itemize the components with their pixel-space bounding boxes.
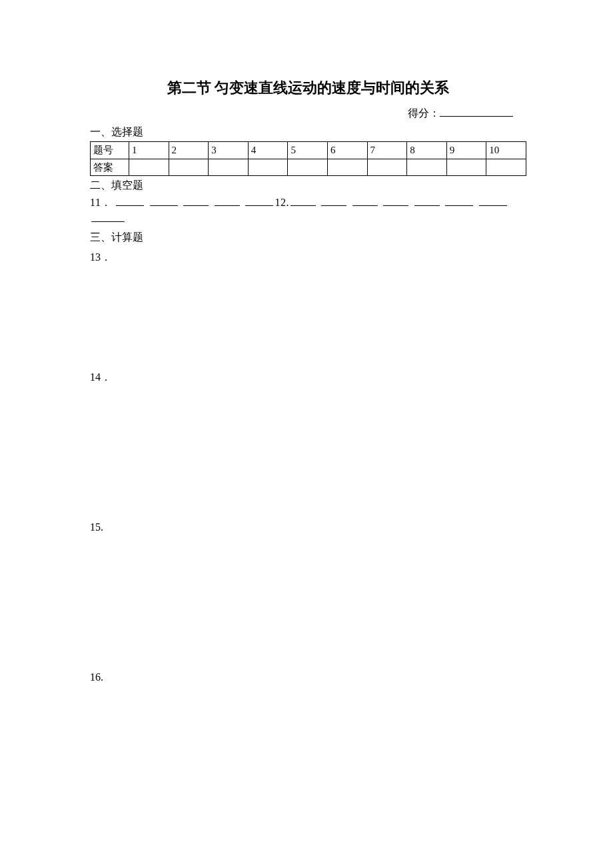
col-header: 6: [327, 142, 367, 159]
section-1-heading: 一、选择题: [90, 124, 526, 140]
answer-cell[interactable]: [407, 159, 447, 176]
col-header: 5: [288, 142, 328, 159]
q14-label: 14．: [90, 369, 526, 385]
answer-space[interactable]: [90, 535, 526, 665]
col-header: 4: [248, 142, 288, 159]
q13-label: 13．: [90, 249, 526, 265]
fill-blank[interactable]: [352, 195, 378, 206]
row-label-answer: 答案: [91, 159, 129, 176]
answer-cell[interactable]: [486, 159, 526, 176]
answer-space[interactable]: [90, 385, 526, 515]
fill-blank[interactable]: [116, 195, 144, 206]
fill-blank[interactable]: [414, 195, 440, 206]
fill-blank[interactable]: [321, 195, 346, 206]
q16-label: 16.: [90, 669, 526, 685]
q12-label: 12.: [275, 197, 289, 208]
answer-cell[interactable]: [248, 159, 288, 176]
col-header: 10: [486, 142, 526, 159]
score-blank[interactable]: [440, 106, 513, 117]
fill-blank[interactable]: [183, 195, 209, 206]
q15-label: 15.: [90, 519, 526, 535]
fill-blank[interactable]: [383, 195, 408, 206]
answer-cell[interactable]: [209, 159, 249, 176]
fill-in-line: 11． 12.: [90, 195, 526, 227]
section-2-heading: 二、填空题: [90, 177, 526, 193]
answer-table: 题号 1 2 3 4 5 6 7 8 9 10 答案: [90, 141, 526, 176]
section-3-heading: 三、计算题: [90, 229, 526, 245]
table-row: 题号 1 2 3 4 5 6 7 8 9 10: [91, 142, 526, 159]
fill-blank[interactable]: [291, 195, 316, 206]
answer-cell[interactable]: [288, 159, 328, 176]
answer-space[interactable]: [90, 265, 526, 365]
answer-cell[interactable]: [169, 159, 209, 176]
q11-label: 11．: [90, 197, 112, 208]
col-header: 8: [407, 142, 447, 159]
col-header: 9: [446, 142, 486, 159]
answer-cell[interactable]: [446, 159, 486, 176]
fill-blank[interactable]: [445, 195, 473, 206]
score-label: 得分：: [408, 107, 440, 119]
page-title: 第二节 匀变速直线运动的速度与时间的关系: [90, 77, 526, 99]
fill-blank[interactable]: [479, 195, 507, 206]
answer-cell[interactable]: [129, 159, 169, 176]
col-header: 2: [169, 142, 209, 159]
col-header: 1: [129, 142, 169, 159]
answer-cell[interactable]: [327, 159, 367, 176]
fill-blank[interactable]: [150, 195, 178, 206]
col-header: 3: [209, 142, 249, 159]
col-header: 7: [367, 142, 407, 159]
answer-cell[interactable]: [367, 159, 407, 176]
row-label-question: 题号: [91, 142, 129, 159]
table-row: 答案: [91, 159, 526, 176]
fill-blank[interactable]: [245, 195, 273, 206]
fill-blank[interactable]: [215, 195, 240, 206]
score-line: 得分：: [90, 105, 526, 121]
fill-blank[interactable]: [91, 211, 125, 222]
